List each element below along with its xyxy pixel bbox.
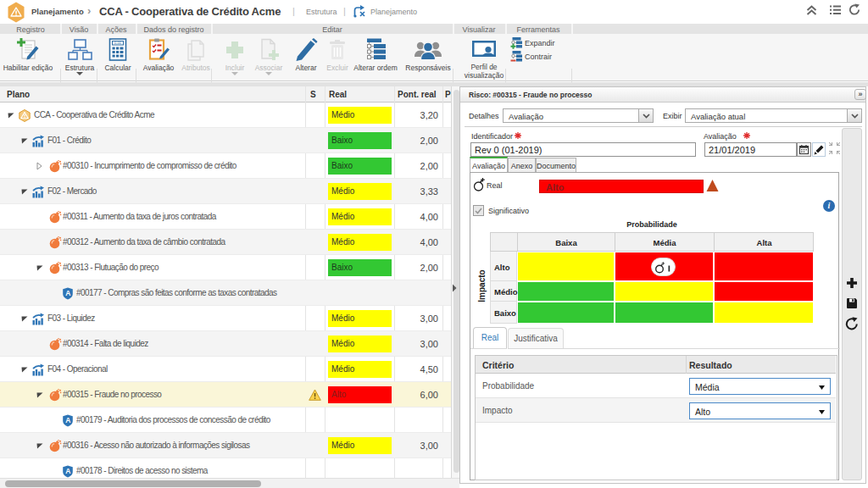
svg-text:0,00: 0,00 — [114, 41, 122, 45]
